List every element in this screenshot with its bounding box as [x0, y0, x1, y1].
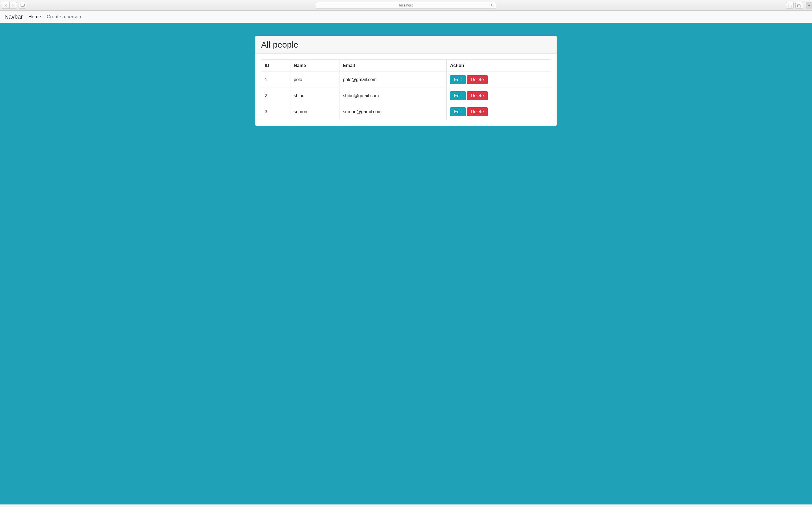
app-navbar: Navbar Home Create a person — [0, 11, 812, 23]
edit-button[interactable]: Edit — [450, 75, 466, 84]
cell-email: polo@gmail.com — [340, 72, 447, 88]
cell-name: shibu — [290, 88, 340, 104]
cell-id: 2 — [261, 88, 290, 104]
address-bar[interactable]: localhost ↻ — [316, 2, 496, 9]
svg-rect-2 — [797, 4, 800, 7]
cell-email: shibu@gmail.com — [340, 88, 447, 104]
cell-action: EditDelete — [447, 104, 551, 120]
col-header-name: Name — [290, 60, 340, 72]
nav-link-home[interactable]: Home — [28, 14, 41, 20]
col-header-email: Email — [340, 60, 447, 72]
page-body: All people ID Name Email Action 1polopol… — [0, 23, 812, 504]
reload-icon[interactable]: ↻ — [491, 3, 494, 7]
tabs-button[interactable] — [795, 2, 803, 9]
forward-button[interactable] — [9, 2, 17, 9]
edit-button[interactable]: Edit — [450, 107, 466, 116]
cell-name: polo — [290, 72, 340, 88]
back-button[interactable] — [2, 2, 9, 9]
table-row: 1polopolo@gmail.comEditDelete — [261, 72, 551, 88]
browser-toolbar: localhost ↻ + — [0, 0, 812, 11]
cell-email: sumon@gamil.com — [340, 104, 447, 120]
cell-action: EditDelete — [447, 88, 551, 104]
navbar-brand[interactable]: Navbar — [4, 13, 22, 20]
table-row: 2shibushibu@gmail.comEditDelete — [261, 88, 551, 104]
cell-id: 1 — [261, 72, 290, 88]
people-table: ID Name Email Action 1polopolo@gmail.com… — [261, 59, 551, 120]
col-header-id: ID — [261, 60, 290, 72]
cell-id: 3 — [261, 104, 290, 120]
col-header-action: Action — [447, 60, 551, 72]
nav-link-create-person[interactable]: Create a person — [47, 14, 81, 20]
sidebar-toggle-button[interactable] — [18, 2, 26, 9]
edit-button[interactable]: Edit — [450, 91, 466, 100]
card-header: All people — [255, 36, 557, 54]
delete-button[interactable]: Delete — [467, 75, 488, 84]
new-tab-button[interactable]: + — [806, 2, 812, 9]
delete-button[interactable]: Delete — [467, 91, 488, 100]
table-header-row: ID Name Email Action — [261, 60, 551, 72]
table-row: 3sumonsumon@gamil.comEditDelete — [261, 104, 551, 120]
svg-rect-0 — [20, 4, 24, 7]
people-card: All people ID Name Email Action 1polopol… — [255, 36, 557, 126]
cell-name: sumon — [290, 104, 340, 120]
page-title: All people — [261, 40, 551, 50]
delete-button[interactable]: Delete — [467, 107, 488, 116]
share-button[interactable] — [786, 2, 794, 9]
cell-action: EditDelete — [447, 72, 551, 88]
url-text: localhost — [399, 3, 412, 7]
